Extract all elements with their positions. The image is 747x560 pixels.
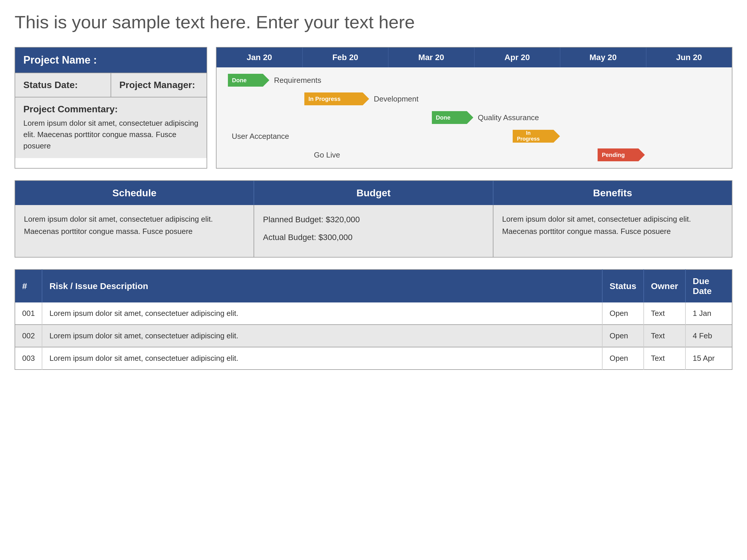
development-label: Development xyxy=(374,95,418,104)
page-title: This is your sample text here. Enter you… xyxy=(15,12,732,32)
gantt-month-5: May 20 xyxy=(560,48,646,68)
gantt-month-4: Apr 20 xyxy=(474,48,561,68)
risk-col-date: Due Date xyxy=(686,269,732,302)
project-name-label: Project Name : xyxy=(23,54,97,66)
risk-owner: Text xyxy=(644,302,686,325)
risk-col-num: # xyxy=(15,269,42,302)
gantt-panel: Jan 20 Feb 20 Mar 20 Apr 20 May 20 Jun 2… xyxy=(216,47,732,168)
risk-table-row: 001 Lorem ipsum dolor sit amet, consecte… xyxy=(15,302,732,325)
uat-arrow: InProgress xyxy=(513,130,560,143)
gantt-month-6: Jun 20 xyxy=(646,48,732,68)
top-section: Project Name : Status Date: Project Mana… xyxy=(15,47,732,168)
schedule-cell: Lorem ipsum dolor sit amet, consectetuer… xyxy=(15,205,254,257)
uat-pre-label: User Acceptance xyxy=(224,132,292,141)
qa-status: Done xyxy=(436,114,450,121)
risk-num: 001 xyxy=(15,302,42,325)
risk-table-header-row: # Risk / Issue Description Status Owner … xyxy=(15,269,732,302)
risk-status: Open xyxy=(602,302,644,325)
development-status: In Progress xyxy=(308,96,340,102)
gantt-row-development: In Progress Development xyxy=(220,90,729,107)
project-info-panel: Project Name : Status Date: Project Mana… xyxy=(15,47,207,168)
risk-owner: Text xyxy=(644,347,686,370)
gantt-month-3: Mar 20 xyxy=(388,48,474,68)
risk-desc: Lorem ipsum dolor sit amet, consectetuer… xyxy=(42,325,602,347)
risk-table-row: 002 Lorem ipsum dolor sit amet, consecte… xyxy=(15,325,732,347)
status-date-label: Status Date: xyxy=(23,80,78,90)
risk-num: 002 xyxy=(15,325,42,347)
risk-due-date: 4 Feb xyxy=(686,325,732,347)
risk-table-row: 003 Lorem ipsum dolor sit amet, consecte… xyxy=(15,347,732,370)
project-name-row: Project Name : xyxy=(15,48,207,73)
gantt-row-requirements: Done Requirements xyxy=(220,72,729,89)
actual-budget: Actual Budget: $300,000 xyxy=(263,231,484,244)
gantt-month-2: Feb 20 xyxy=(303,48,389,68)
risk-col-status: Status xyxy=(602,269,644,302)
benefits-cell: Lorem ipsum dolor sit amet, consectetuer… xyxy=(493,205,732,257)
risk-col-desc: Risk / Issue Description xyxy=(42,269,602,302)
gantt-body: Done Requirements In Progress Developmen… xyxy=(216,68,732,168)
commentary-text: Lorem ipsum dolor sit amet, consectetuer… xyxy=(23,117,199,152)
benefits-text: Lorem ipsum dolor sit amet, consectetuer… xyxy=(502,215,691,236)
requirements-status: Done xyxy=(232,77,247,84)
qa-label: Quality Assurance xyxy=(478,113,539,122)
gantt-row-uat: User Acceptance InProgress xyxy=(220,128,729,145)
planned-budget: Planned Budget: $320,000 xyxy=(263,213,484,226)
requirements-arrow: Done xyxy=(228,74,269,87)
budget-cell: Planned Budget: $320,000 Actual Budget: … xyxy=(254,205,493,257)
schedule-text: Lorem ipsum dolor sit amet, consectetuer… xyxy=(24,215,213,236)
sbb-body: Lorem ipsum dolor sit amet, consectetuer… xyxy=(15,205,732,257)
risk-status: Open xyxy=(602,325,644,347)
risk-owner: Text xyxy=(644,325,686,347)
gantt-row-qa: Done Quality Assurance xyxy=(220,109,729,126)
sbb-section: Schedule Budget Benefits Lorem ipsum dol… xyxy=(15,180,732,258)
benefits-header: Benefits xyxy=(493,181,732,205)
gantt-header: Jan 20 Feb 20 Mar 20 Apr 20 May 20 Jun 2… xyxy=(216,48,732,68)
project-manager-label: Project Manager: xyxy=(119,80,195,90)
commentary-row: Project Commentary: Lorem ipsum dolor si… xyxy=(15,98,207,158)
requirements-label: Requirements xyxy=(274,76,321,85)
commentary-title: Project Commentary: xyxy=(23,104,199,115)
risk-due-date: 1 Jan xyxy=(686,302,732,325)
golive-status: Pending xyxy=(602,152,625,158)
risk-table: # Risk / Issue Description Status Owner … xyxy=(15,269,732,370)
development-arrow: In Progress xyxy=(304,92,369,105)
gantt-month-1: Jan 20 xyxy=(216,48,303,68)
sbb-header: Schedule Budget Benefits xyxy=(15,181,732,205)
golive-pre-label: Go Live xyxy=(224,151,343,160)
risk-due-date: 15 Apr xyxy=(686,347,732,370)
schedule-header: Schedule xyxy=(15,181,254,205)
risk-desc: Lorem ipsum dolor sit amet, consectetuer… xyxy=(42,347,602,370)
project-manager-cell: Project Manager: xyxy=(111,73,207,97)
budget-header: Budget xyxy=(254,181,493,205)
golive-arrow: Pending xyxy=(598,149,645,161)
risk-desc: Lorem ipsum dolor sit amet, consectetuer… xyxy=(42,302,602,325)
status-date-cell: Status Date: xyxy=(15,73,111,97)
gantt-row-golive: Go Live Pending xyxy=(220,146,729,163)
status-manager-row: Status Date: Project Manager: xyxy=(15,73,207,98)
risk-col-owner: Owner xyxy=(644,269,686,302)
qa-arrow: Done xyxy=(432,111,473,124)
risk-num: 003 xyxy=(15,347,42,370)
risk-status: Open xyxy=(602,347,644,370)
uat-status: InProgress xyxy=(517,130,540,142)
